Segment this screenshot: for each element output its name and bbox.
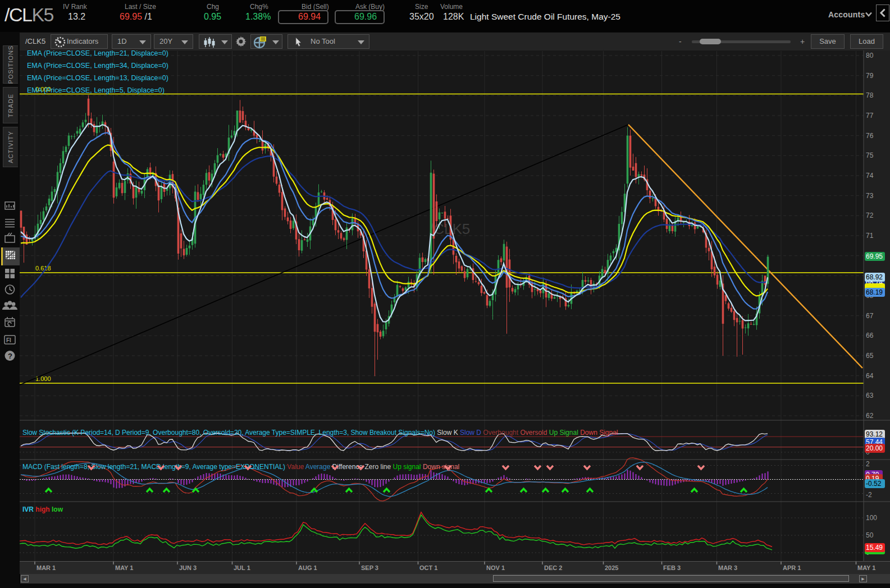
- svg-text:68.92: 68.92: [866, 273, 883, 281]
- svg-text:62: 62: [866, 412, 874, 420]
- svg-text:67: 67: [866, 312, 874, 320]
- svg-text:EMA (Price=CLOSE, Length=34, D: EMA (Price=CLOSE, Length=34, Displace=0): [27, 62, 168, 70]
- svg-text:?: ?: [8, 352, 12, 360]
- svg-text:65: 65: [866, 352, 874, 360]
- svg-text:75: 75: [866, 151, 874, 159]
- svg-text:IVR high low: IVR high low: [22, 506, 63, 513]
- svg-text:74: 74: [866, 172, 874, 180]
- svg-text:EMA (Price=CLOSE, Length=21, D: EMA (Price=CLOSE, Length=21, Displace=0): [27, 50, 168, 57]
- svg-text:FI: FI: [6, 337, 11, 343]
- svg-text:-0.52: -0.52: [866, 480, 882, 488]
- svg-text:73: 73: [866, 192, 874, 200]
- svg-text:80: 80: [866, 52, 874, 59]
- svg-text:-2: -2: [866, 491, 872, 499]
- svg-text:64: 64: [866, 372, 874, 380]
- svg-text:78: 78: [866, 91, 874, 99]
- svg-text:20.00: 20.00: [866, 444, 883, 452]
- svg-text:63: 63: [866, 392, 874, 399]
- svg-text:Slow Stochastic (K Period=14,: Slow Stochastic (K Period=14, D Period=9…: [22, 429, 618, 437]
- svg-text:15.49: 15.49: [866, 544, 883, 552]
- svg-text:93.12: 93.12: [866, 430, 883, 438]
- svg-text:68.19: 68.19: [866, 288, 883, 296]
- svg-text:1.000: 1.000: [35, 375, 51, 382]
- svg-text:71: 71: [866, 232, 874, 240]
- svg-text:66: 66: [866, 332, 874, 339]
- svg-text:100: 100: [866, 514, 877, 522]
- svg-text:77: 77: [866, 112, 874, 120]
- svg-text:50: 50: [866, 531, 874, 539]
- svg-text:2: 2: [866, 460, 870, 468]
- svg-text:72: 72: [866, 212, 874, 219]
- svg-text:76: 76: [866, 132, 874, 140]
- svg-text:79: 79: [866, 72, 874, 80]
- svg-text:EMA (Price=CLOSE, Length=13, D: EMA (Price=CLOSE, Length=13, Displace=0): [27, 74, 168, 82]
- svg-text:69.95: 69.95: [866, 252, 883, 260]
- svg-text:EMA (Price=CLOSE, Length=5, Di: EMA (Price=CLOSE, Length=5, Displace=0): [27, 86, 165, 94]
